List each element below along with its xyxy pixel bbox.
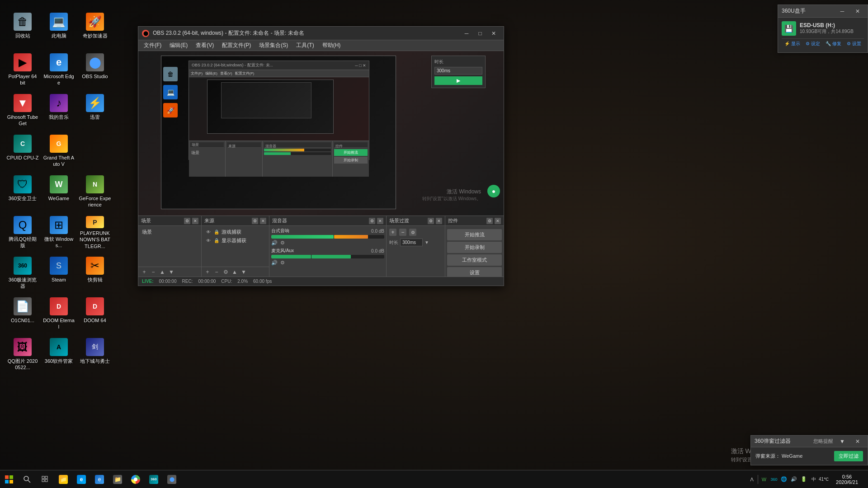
- 360u-minimize-btn[interactable]: ─: [836, 6, 849, 16]
- desktop-icon-cpuid[interactable]: C CPUID CPU-Z: [5, 131, 41, 172]
- desktop-icon-edge[interactable]: e Microsoft Edge: [41, 50, 77, 90]
- scene-add-btn[interactable]: +: [141, 269, 147, 275]
- desktop-icon-xunlei[interactable]: ⚡ 迅雷: [77, 90, 113, 131]
- taskbar-clock[interactable]: 0:56 2020/6/21: [831, 470, 863, 488]
- source-visible-icon-1[interactable]: 👁: [205, 238, 212, 244]
- tray-network-icon[interactable]: 🌐: [780, 475, 788, 483]
- desktop-icon-kuaijian[interactable]: ✂ 快剪辑: [77, 253, 113, 294]
- task-view-btn[interactable]: [36, 470, 54, 488]
- controls-panel-config-btn[interactable]: ⚙: [486, 218, 493, 224]
- duration-dropdown-btn[interactable]: ▼: [425, 239, 431, 246]
- wegame-popup-close-btn[interactable]: ✕: [851, 436, 864, 446]
- tray-volume-icon[interactable]: 🔊: [790, 475, 798, 483]
- taskbar-360-btn[interactable]: 360: [145, 470, 163, 488]
- desktop-icon-doom64[interactable]: D DOOM 64: [77, 294, 113, 334]
- source-down-btn[interactable]: ▼: [241, 269, 247, 275]
- scene-up-btn[interactable]: ▲: [159, 269, 165, 275]
- desktop-icon-qqpic[interactable]: 🖼 QQ图片 20200522...: [5, 334, 41, 375]
- search-taskbar-btn[interactable]: [18, 470, 36, 488]
- desktop-icon-geforce[interactable]: N GeForce Experience: [77, 172, 113, 212]
- desktop-icon-wegame[interactable]: W WeGame: [41, 172, 77, 212]
- mixer-config-btn-1[interactable]: ⚙: [279, 259, 286, 266]
- tray-expand-btn[interactable]: Λ: [748, 475, 756, 483]
- desktop-icon-dixia[interactable]: 剑 地下城与勇士: [77, 334, 113, 375]
- 360u-set-btn[interactable]: ⚙ 设定: [806, 41, 820, 47]
- start-record-button[interactable]: 开始录制: [447, 242, 502, 253]
- duration-input[interactable]: [400, 239, 423, 246]
- scene-panel-config-btn[interactable]: ⚙: [184, 218, 190, 224]
- source-panel-close-btn[interactable]: ✕: [260, 218, 266, 224]
- transition-config-gear[interactable]: ⚙: [409, 229, 416, 236]
- scene-panel-close-btn[interactable]: ✕: [192, 218, 198, 224]
- menu-help[interactable]: 帮助(H): [319, 41, 344, 50]
- desktop-icon-obs[interactable]: ⬤ OBS Studio: [77, 50, 113, 90]
- mixer-mute-btn-1[interactable]: 🔊: [271, 259, 278, 266]
- taskbar-obs-btn[interactable]: ⬤: [163, 470, 181, 488]
- maximize-button[interactable]: □: [474, 28, 486, 38]
- 360u-show-btn[interactable]: ⚡ 显示: [784, 41, 800, 47]
- source-config-btn[interactable]: ⚙: [222, 269, 229, 275]
- scene-remove-btn[interactable]: −: [150, 269, 156, 275]
- wegame-popup-collapse-btn[interactable]: ▼: [836, 436, 849, 446]
- transition-add-btn[interactable]: +: [389, 229, 396, 236]
- transition-panel-config-btn[interactable]: ⚙: [428, 218, 434, 224]
- source-remove-btn[interactable]: −: [213, 269, 220, 275]
- source-panel-config-btn[interactable]: ⚙: [252, 218, 258, 224]
- mixer-panel-close-btn[interactable]: ✕: [377, 218, 383, 224]
- scene-down-btn[interactable]: ▼: [168, 269, 175, 275]
- desktop-icon-gta[interactable]: G Grand Theft Auto V: [41, 131, 77, 172]
- source-lock-icon-1[interactable]: 🔒: [213, 238, 220, 244]
- taskbar-file-btn[interactable]: 📁: [108, 470, 127, 488]
- desktop-icon-qjiasuqi[interactable]: 🚀 奇妙加速器: [77, 9, 113, 50]
- desktop-icon-pubg[interactable]: P PLAYERUNKNOWN'S BATTLEGR...: [77, 212, 113, 253]
- menu-tools[interactable]: 工具(T): [292, 41, 317, 50]
- close-button[interactable]: ✕: [487, 28, 500, 38]
- mixer-mute-btn-0[interactable]: 🔊: [271, 239, 278, 246]
- desktop-icon-potplayer[interactable]: ▶ PotPlayer 64 bit: [5, 50, 41, 90]
- desktop-icon-windows[interactable]: ⊞ 微软 Windows...: [41, 212, 77, 253]
- settings-button[interactable]: 设置: [447, 267, 502, 277]
- 360u-repair-btn[interactable]: 🔧 修复: [826, 41, 841, 47]
- menu-view[interactable]: 查看(V): [192, 41, 217, 50]
- menu-edit[interactable]: 编辑(E): [166, 41, 191, 50]
- desktop-icon-doom[interactable]: D DOOM Eternal: [41, 294, 77, 334]
- taskbar-explorer-btn[interactable]: 📁: [54, 470, 72, 488]
- mixer-panel-config-btn[interactable]: ⚙: [369, 218, 375, 224]
- source-add-btn[interactable]: +: [204, 269, 211, 275]
- 360u-settings-btn[interactable]: ⚙ 设置: [847, 41, 861, 47]
- desktop-icon-gihosoft[interactable]: ▼ Gihosoft TubeGet: [5, 90, 41, 131]
- desktop-icon-o1cn[interactable]: 📄 O1CN01...: [5, 294, 41, 334]
- taskbar-edge-btn[interactable]: e: [72, 470, 90, 488]
- desktop-icon-recycle[interactable]: 🗑 回收站: [5, 9, 41, 50]
- source-up-btn[interactable]: ▲: [231, 269, 238, 275]
- desktop-icon-pc[interactable]: 💻 此电脑: [41, 9, 77, 50]
- desktop-icon-steam[interactable]: S Steam: [41, 253, 77, 294]
- source-lock-icon-0[interactable]: 🔒: [213, 229, 220, 235]
- desktop-icon-music[interactable]: ♪ 我的音乐: [41, 90, 77, 131]
- popup-filter-button[interactable]: 立即过滤: [834, 451, 863, 461]
- taskbar-chrome-btn[interactable]: [127, 470, 145, 488]
- minimize-button[interactable]: ─: [460, 28, 473, 38]
- desktop-icon-360safe[interactable]: 🛡 360安全卫士: [5, 172, 41, 212]
- transition-apply-button[interactable]: ▶: [434, 76, 482, 85]
- menu-file[interactable]: 文件(F): [140, 41, 165, 50]
- desktop-icon-qq[interactable]: Q 腾讯QQ经期版: [5, 212, 41, 253]
- menu-profile[interactable]: 配置文件(P): [218, 41, 255, 50]
- 360u-close-btn[interactable]: ✕: [851, 6, 864, 16]
- transition-panel-close-btn[interactable]: ✕: [436, 218, 442, 224]
- transition-remove-btn[interactable]: −: [399, 229, 406, 236]
- tray-wegame-icon[interactable]: W: [760, 475, 768, 483]
- menu-scenecollection[interactable]: 场景集合(S): [255, 41, 292, 50]
- desktop-icon-360mgr[interactable]: A 360软件管家: [41, 334, 77, 375]
- mixer-config-btn-0[interactable]: ⚙: [279, 239, 286, 246]
- tray-360-icon[interactable]: 360: [770, 475, 778, 483]
- start-button[interactable]: [0, 470, 18, 488]
- tray-battery-icon[interactable]: 🔋: [800, 475, 808, 483]
- taskbar-ie-btn[interactable]: e: [90, 470, 108, 488]
- desktop-icon-360browser[interactable]: 360 360极速浏览器: [5, 253, 41, 294]
- source-visible-icon-0[interactable]: 👁: [205, 229, 212, 235]
- show-desktop-btn[interactable]: [863, 470, 868, 488]
- tray-input-icon[interactable]: 中: [810, 475, 818, 483]
- transition-duration-input[interactable]: [434, 67, 482, 75]
- scene-item-0[interactable]: 场景: [140, 228, 199, 236]
